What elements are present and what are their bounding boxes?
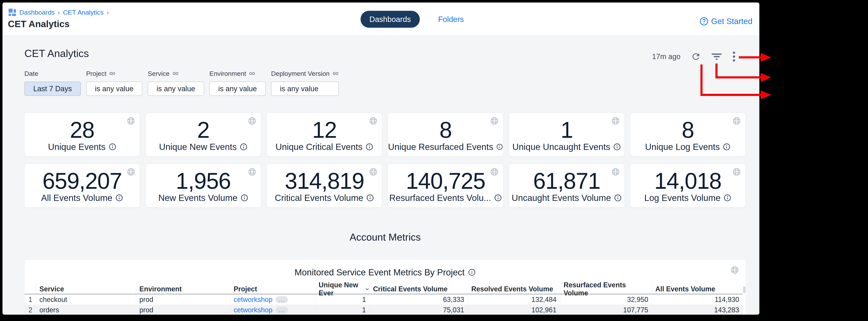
refresh-icon[interactable] <box>691 52 701 62</box>
kpi-card: 61,871Uncaught Events Volume <box>509 164 624 207</box>
col-header-label: All Events Volume <box>655 285 715 293</box>
filter-value-button[interactable]: is any value <box>86 82 143 96</box>
filter-value-button[interactable]: is any value <box>148 82 204 96</box>
kpi-label: Critical Events Volume <box>267 193 382 203</box>
filter-value-button[interactable]: Last 7 Days <box>24 82 81 96</box>
kpi-label: Uncaught Events Volume <box>509 193 624 203</box>
info-icon[interactable] <box>366 143 373 151</box>
filter-label: Project <box>86 69 143 78</box>
kpi-row-2: 659,207All Events Volume1,956New Events … <box>24 164 745 207</box>
kpi-card: 8Unique Resurfaced Events <box>388 113 503 156</box>
kpi-label-text: Critical Events Volume <box>275 193 363 203</box>
help-circle-icon <box>700 17 708 26</box>
info-icon[interactable] <box>108 143 116 151</box>
filter-label-text: Date <box>24 70 38 77</box>
last-refresh-timestamp: 17m ago <box>652 53 681 61</box>
kpi-value: 8 <box>388 118 503 143</box>
breadcrumb-separator: › <box>58 9 60 16</box>
kpi-value: 1 <box>509 118 624 143</box>
table-scrollbar[interactable] <box>743 286 745 293</box>
cell-num: 1 <box>25 294 36 304</box>
kpi-label-text: New Events Volume <box>158 193 238 203</box>
col-header-label: Critical Events Volume <box>373 285 447 293</box>
kpi-label: Unique Events <box>25 142 140 152</box>
kpi-card: 140,725Resurfaced Events Volu... <box>388 164 503 207</box>
kebab-menu-icon[interactable] <box>733 51 736 62</box>
col-header-critical[interactable]: Critical Events Volume <box>369 286 468 293</box>
breadcrumb: Dashboards › CET Analytics › <box>8 8 109 17</box>
kpi-label: Unique Log Events <box>630 142 745 152</box>
kpi-value: 28 <box>25 118 140 143</box>
kpi-label-text: All Events Volume <box>41 193 113 203</box>
col-header-all[interactable]: All Events Volume <box>652 286 743 293</box>
kpi-label-text: Unique Uncaught Events <box>513 142 610 152</box>
filter-project: Projectis any value <box>86 69 143 96</box>
kpi-label-text: Unique New Events <box>159 142 237 152</box>
col-header-resurfaced[interactable]: Resurfaced Events Volume <box>560 286 652 293</box>
info-icon[interactable] <box>614 194 622 202</box>
filter-icon[interactable] <box>711 52 722 62</box>
kpi-value: 1,956 <box>146 169 261 194</box>
info-icon[interactable] <box>496 143 503 151</box>
kpi-card: 314,819Critical Events Volume <box>267 164 382 207</box>
info-icon[interactable] <box>613 143 621 151</box>
kpi-label-text: Unique Critical Events <box>276 142 363 152</box>
info-icon[interactable] <box>723 143 731 151</box>
kpi-label-text: Resurfaced Events Volu... <box>389 193 491 203</box>
kpi-value: 14,018 <box>630 169 745 194</box>
tab-dashboards[interactable]: Dashboards <box>361 11 420 28</box>
kpi-card: 1,956New Events Volume <box>146 164 261 207</box>
info-icon[interactable] <box>241 194 248 202</box>
table-body: 1checkoutprodcetworkshop...163,333132,48… <box>25 294 743 315</box>
project-link[interactable]: cetworkshop <box>234 306 273 314</box>
filter-value-button[interactable]: is any value <box>209 82 266 96</box>
cell-resolved: 102,961 <box>468 305 560 315</box>
app-window: Dashboards › CET Analytics › CET Analyti… <box>2 2 760 315</box>
filter-label-text: Service <box>148 70 169 77</box>
dashboard-title: CET Analytics <box>24 47 89 59</box>
col-header-service[interactable]: Service <box>36 286 136 293</box>
kpi-card: 2Unique New Events <box>146 113 261 156</box>
cell-service: checkout <box>36 294 136 304</box>
cell-environment: prod <box>136 294 230 304</box>
info-icon[interactable] <box>115 194 123 202</box>
cell-resolved: 132,484 <box>468 294 560 304</box>
table-title-text: Monitored Service Event Metrics By Proje… <box>294 267 465 278</box>
cell-menu-pill[interactable]: ... <box>276 307 288 314</box>
table-row: 2ordersprodcetworkshop...175,031102,9611… <box>25 305 743 315</box>
link-icon <box>109 70 116 77</box>
section-heading: Account Metrics <box>24 231 746 243</box>
breadcrumb-dashboards-link[interactable]: Dashboards <box>20 9 55 16</box>
filter-label-text: Project <box>86 70 106 77</box>
get-started-label: Get Started <box>711 17 752 26</box>
cell-unique_new: 1 <box>315 305 369 315</box>
filter-value-button[interactable]: is any value <box>271 82 339 96</box>
col-header-project[interactable]: Project <box>230 286 315 293</box>
info-icon[interactable] <box>468 268 476 276</box>
cell-unique_new: 1 <box>315 294 369 304</box>
cell-critical: 75,031 <box>369 305 468 315</box>
kpi-value: 61,871 <box>509 169 624 194</box>
kpi-label: All Events Volume <box>25 193 140 203</box>
project-link[interactable]: cetworkshop <box>234 296 273 304</box>
info-icon[interactable] <box>240 143 247 151</box>
col-header-environment[interactable]: Environment <box>136 286 230 293</box>
get-started-button[interactable]: Get Started <box>700 17 752 26</box>
col-header-label: Project <box>234 285 257 293</box>
kpi-value: 659,207 <box>25 169 140 194</box>
info-icon[interactable] <box>723 194 731 202</box>
info-icon[interactable] <box>366 194 374 202</box>
tab-folders[interactable]: Folders <box>438 15 464 24</box>
breadcrumb-cet-analytics-link[interactable]: CET Analytics <box>63 9 104 16</box>
info-icon[interactable] <box>494 194 502 202</box>
filter-label: Deployment Version <box>271 69 339 78</box>
col-header-resolved[interactable]: Resolved Events Volume <box>468 286 560 293</box>
kpi-label-text: Log Events Volume <box>644 193 720 203</box>
filter-label: Service <box>148 69 204 78</box>
globe-icon <box>730 266 739 275</box>
link-icon <box>172 70 179 77</box>
col-header-unique_new[interactable]: Unique New Ever <box>315 286 369 293</box>
dashboard-body: CET Analytics 17m ago <box>2 35 760 315</box>
breadcrumb-separator: › <box>107 9 109 16</box>
cell-menu-pill[interactable]: ... <box>276 296 288 303</box>
